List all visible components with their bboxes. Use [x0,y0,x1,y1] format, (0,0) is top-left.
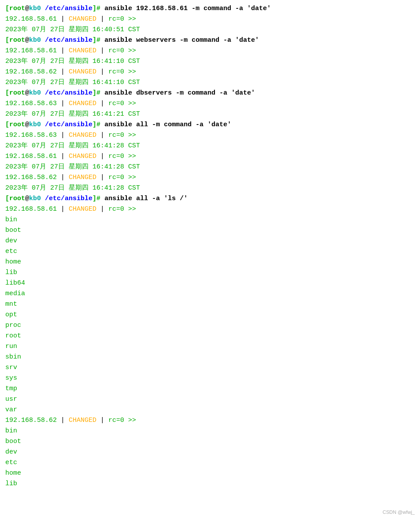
prompt-root: root [9,89,25,97]
output-ip: 192.168.58.62 [5,417,57,424]
output-ip: 192.168.58.62 [5,174,57,181]
prompt-close-bracket: ] [92,195,96,202]
terminal-line: 192.168.58.61 | CHANGED | rc=0 >> [5,204,415,215]
output-separator2: | [96,132,108,139]
terminal-line: bin [5,426,415,436]
terminal-line: [root@kb0 /etc/ansible]# ansible dbserve… [5,88,415,99]
prompt-bracket: [ [5,89,9,97]
output-ls-item: mnt [5,300,17,308]
terminal-line: sys [5,373,415,384]
terminal-line: sbin [5,352,415,363]
output-status: CHANGED [69,417,96,424]
terminal-line: usr [5,394,415,405]
terminal-line: root [5,331,415,341]
output-ip: 192.168.58.61 [5,205,57,213]
output-date: 2023年 07月 27日 星期四 16:41:10 CST [5,79,140,86]
prompt-root: root [9,5,25,12]
output-separator2: | [96,153,108,160]
output-separator: | [57,417,69,424]
terminal-line: 2023年 07月 27日 星期四 16:41:28 CST [5,183,415,194]
prompt-host: kb0 [29,89,41,97]
terminal-line: lib [5,479,415,489]
output-separator2: | [96,100,108,107]
prompt-root: root [9,37,25,44]
output-ls-item: dev [5,448,17,456]
prompt-bracket: [ [5,121,9,128]
output-ls-item: sys [5,374,17,382]
prompt-command: ansible dbservers -m command -a 'date' [104,89,255,97]
output-ls-item: home [5,258,21,266]
output-ls-item: usr [5,395,17,403]
output-ip: 192.168.58.61 [5,15,57,23]
output-status: CHANGED [69,153,96,160]
output-status: CHANGED [69,205,96,213]
output-date: 2023年 07月 27日 星期四 16:41:10 CST [5,58,140,65]
prompt-host: kb0 [29,5,41,12]
terminal-line: 192.168.58.63 | CHANGED | rc=0 >> [5,99,415,109]
output-ls-item: bin [5,427,17,435]
prompt-at: @ [25,37,29,44]
prompt-close-bracket: ] [92,5,96,12]
output-status: CHANGED [69,100,96,107]
prompt-bracket: [ [5,195,9,202]
terminal-line: srv [5,363,415,373]
output-status: CHANGED [69,68,96,76]
output-separator: | [57,47,69,55]
output-separator: | [57,100,69,107]
output-ls-item: lib [5,269,17,276]
prompt-command: ansible all -a 'ls /' [104,195,188,202]
output-rc: rc=0 >> [108,100,136,107]
terminal-line: 2023年 07月 27日 星期四 16:41:10 CST [5,77,415,88]
output-ls-item: run [5,343,17,350]
output-separator: | [57,174,69,181]
terminal-line: 192.168.58.61 | CHANGED | rc=0 >> [5,46,415,56]
output-ls-item: sbin [5,353,21,361]
prompt-command: ansible 192.168.58.61 -m command -a 'dat… [104,5,271,12]
output-ls-item: proc [5,322,21,329]
prompt-host: kb0 [29,121,41,128]
terminal-line: 192.168.58.62 | CHANGED | rc=0 >> [5,67,415,77]
terminal-line: 2023年 07月 27日 星期四 16:41:21 CST [5,109,415,120]
output-date: 2023年 07月 27日 星期四 16:41:28 CST [5,142,140,150]
output-rc: rc=0 >> [108,205,136,213]
output-ls-item: srv [5,364,17,371]
output-ip: 192.168.58.61 [5,47,57,55]
terminal-line: tmp [5,384,415,394]
output-separator2: | [96,174,108,181]
prompt-bracket: [ [5,37,9,44]
prompt-close-bracket: ] [92,89,96,97]
output-ip: 192.168.58.63 [5,100,57,107]
output-status: CHANGED [69,15,96,23]
output-separator: | [57,15,69,23]
terminal-line: [root@kb0 /etc/ansible]# ansible webserv… [5,35,415,46]
terminal-line: 2023年 07月 27日 星期四 16:40:51 CST [5,25,415,35]
prompt-command: ansible webservers -m command -a 'date' [104,37,259,44]
output-ls-item: lib [5,480,17,487]
output-rc: rc=0 >> [108,174,136,181]
prompt-at: @ [25,5,29,12]
prompt-path: /etc/ansible [41,5,92,12]
output-ls-item: tmp [5,385,17,392]
output-date: 2023年 07月 27日 星期四 16:41:21 CST [5,110,140,118]
output-ip: 192.168.58.61 [5,153,57,160]
terminal-line: boot [5,225,415,236]
prompt-at: @ [25,195,29,202]
terminal-line: bin [5,215,415,225]
output-date: 2023年 07月 27日 星期四 16:40:51 CST [5,26,140,33]
prompt-close-bracket: ] [92,37,96,44]
prompt-path: /etc/ansible [41,89,92,97]
terminal-line: 192.168.58.63 | CHANGED | rc=0 >> [5,130,415,141]
terminal-line: proc [5,320,415,331]
terminal-line: 192.168.58.61 | CHANGED | rc=0 >> [5,14,415,25]
prompt-hash: # [96,37,104,44]
prompt-path: /etc/ansible [41,195,92,202]
terminal-line: dev [5,236,415,246]
prompt-at: @ [25,89,29,97]
output-ls-item: opt [5,311,17,319]
terminal-line: opt [5,310,415,320]
terminal-line: [root@kb0 /etc/ansible]# ansible all -m … [5,120,415,130]
output-separator2: | [96,68,108,76]
prompt-hash: # [96,195,104,202]
terminal-line: dev [5,447,415,458]
output-status: CHANGED [69,174,96,181]
